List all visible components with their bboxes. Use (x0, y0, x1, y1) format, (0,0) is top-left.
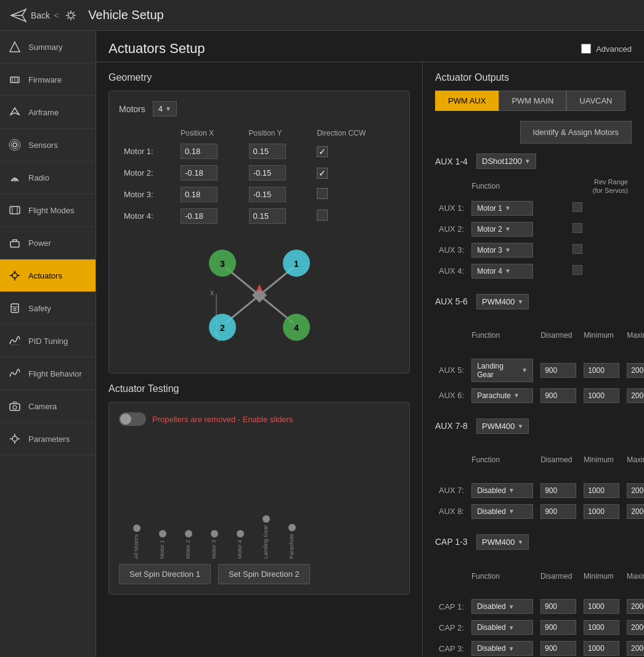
motor2-y[interactable] (249, 165, 286, 181)
aux7-8-protocol[interactable]: PWM400 ▼ (476, 418, 529, 434)
aux7-disarmed[interactable] (540, 483, 576, 498)
slider-all-motors[interactable]: All Motors (125, 532, 147, 559)
sidebar-item-radio[interactable]: Radio (0, 161, 96, 194)
sidebar-item-safety[interactable]: Safety (0, 292, 96, 325)
cap3-max[interactable] (627, 641, 644, 656)
cap1-disarmed[interactable] (540, 599, 576, 614)
motor2-ccw[interactable]: ✓ (317, 168, 328, 179)
svg-marker-8 (10, 108, 19, 115)
cap3-disarmed[interactable] (540, 641, 576, 656)
motor2-x[interactable] (181, 165, 218, 181)
cap2-max[interactable] (627, 620, 644, 635)
aux4-func[interactable]: Motor 4▼ (471, 264, 533, 279)
aux5-6-label: AUX 5-6 (435, 296, 469, 306)
slider-motor3[interactable]: Motor 3 (203, 537, 225, 559)
cap1-min[interactable] (584, 599, 619, 614)
motor4-ccw[interactable] (317, 210, 328, 221)
motors-count-select[interactable]: 4 ▼ (153, 101, 177, 116)
sidebar-item-camera[interactable]: Camera (0, 390, 96, 423)
sidebar-item-pid-tuning[interactable]: PID Tuning (0, 325, 96, 357)
motor3-x[interactable] (181, 187, 218, 202)
cap2-min[interactable] (584, 620, 619, 635)
main-header: Actuators Setup Advanced (96, 31, 644, 62)
slider-motor1[interactable]: Motor 1 (151, 537, 173, 559)
slider-label-m4: Motor 4 (237, 540, 243, 559)
tab-pwm-main[interactable]: PWM MAIN (499, 91, 566, 111)
motor3-y[interactable] (249, 187, 286, 202)
aux5-max[interactable] (627, 363, 644, 378)
topbar-title: Vehicle Setup (88, 8, 163, 22)
cap3-min[interactable] (584, 641, 619, 656)
aux8-max[interactable] (627, 504, 644, 519)
geometry-box: Motors 4 ▼ Position X Position Y (108, 91, 410, 373)
safety-icon (7, 301, 22, 316)
advanced-toggle[interactable]: Advanced (581, 44, 632, 54)
aux6-func[interactable]: Parachute▼ (471, 388, 533, 403)
cap1-func[interactable]: Disabled▼ (471, 599, 533, 614)
aux5-min[interactable] (584, 363, 619, 378)
identify-button[interactable]: Identify & Assign Motors (520, 121, 632, 144)
aux6-disarmed[interactable] (540, 388, 576, 403)
slider-parachute[interactable]: Parachute (280, 531, 303, 559)
cap3-func[interactable]: Disabled▼ (471, 641, 533, 656)
radio-icon (7, 170, 22, 185)
slider-label-m3: Motor 3 (211, 540, 217, 559)
aux1-func[interactable]: Motor 1▼ (471, 201, 533, 216)
slider-landing-gear[interactable]: Landing Gear (255, 523, 277, 559)
motor3-ccw[interactable] (317, 188, 328, 199)
cap1-3-protocol[interactable]: PWM400 ▼ (476, 534, 529, 550)
aux5-row: AUX 5: Landing Gear▼ (435, 356, 644, 385)
sidebar-item-firmware[interactable]: Firmware (0, 63, 96, 96)
aux6-max[interactable] (627, 388, 644, 403)
motor4-y[interactable] (249, 208, 286, 224)
aux7-func[interactable]: Disabled▼ (471, 483, 533, 498)
cap2-disarmed[interactable] (540, 620, 576, 635)
slider-motor2[interactable]: Motor 2 (177, 537, 199, 559)
spin-btn-1[interactable]: Set Spin Direction 1 (119, 564, 211, 584)
aux1-4-protocol[interactable]: DShot1200 ▼ (476, 153, 536, 169)
aux7-min[interactable] (584, 483, 619, 498)
aux5-6-protocol[interactable]: PWM400 ▼ (476, 294, 529, 309)
pid-icon (7, 333, 22, 348)
enable-toggle[interactable] (119, 412, 146, 426)
aux2-rev[interactable] (573, 223, 582, 233)
tab-pwm-aux[interactable]: PWM AUX (435, 91, 499, 111)
sidebar-item-actuators[interactable]: Actuators (0, 259, 96, 292)
tab-uavcan[interactable]: UAVCAN (566, 91, 625, 111)
aux3-func[interactable]: Motor 3▼ (471, 243, 533, 258)
cap1-max[interactable] (627, 599, 644, 614)
aux1-rev[interactable] (573, 202, 582, 212)
aux4-rev[interactable] (573, 265, 582, 275)
motor1-ccw[interactable]: ✓ (317, 146, 328, 157)
aux2-func[interactable]: Motor 2▼ (471, 222, 533, 237)
sidebar-item-flight-modes[interactable]: Flight Modes (0, 194, 96, 227)
aux8-func[interactable]: Disabled▼ (471, 504, 533, 519)
aux5-func[interactable]: Landing Gear▼ (471, 359, 533, 382)
cap2-func[interactable]: Disabled▼ (471, 620, 533, 635)
sidebar-item-summary[interactable]: Summary (0, 31, 96, 63)
aux5-6-header: AUX 5-6 PWM400 ▼ (435, 294, 632, 309)
aux1-4-section: AUX 1-4 DShot1200 ▼ Function Rev Range(f… (435, 153, 632, 282)
spin-btn-2[interactable]: Set Spin Direction 2 (218, 564, 310, 584)
sidebar-item-sensors[interactable]: Sensors (0, 129, 96, 161)
svg-text:3: 3 (220, 259, 225, 269)
aux7-max[interactable] (627, 483, 644, 498)
slider-motor4[interactable]: Motor 4 (229, 537, 251, 559)
sidebar-item-flight-behavior[interactable]: Flight Behavior (0, 357, 96, 390)
slider-label-para: Parachute (288, 534, 295, 559)
sidebar-item-parameters[interactable]: Parameters (0, 423, 96, 455)
aux5-disarmed[interactable] (540, 363, 576, 378)
sidebar-item-airframe[interactable]: Airframe (0, 96, 96, 129)
aux3-rev[interactable] (573, 244, 582, 254)
advanced-checkbox[interactable] (581, 44, 591, 54)
sidebar-item-power[interactable]: Power (0, 227, 96, 259)
motor1-y[interactable] (249, 144, 286, 159)
aux6-min[interactable] (584, 388, 619, 403)
motor4-x[interactable] (181, 208, 218, 224)
aux8-min[interactable] (584, 504, 619, 519)
logo-icon (10, 7, 27, 24)
motor-table: Position X Position Y Direction CCW Moto… (119, 125, 399, 227)
back-button[interactable]: Back < Vehicle Setup (10, 7, 164, 24)
motor1-x[interactable] (181, 144, 218, 159)
aux8-disarmed[interactable] (540, 504, 576, 519)
